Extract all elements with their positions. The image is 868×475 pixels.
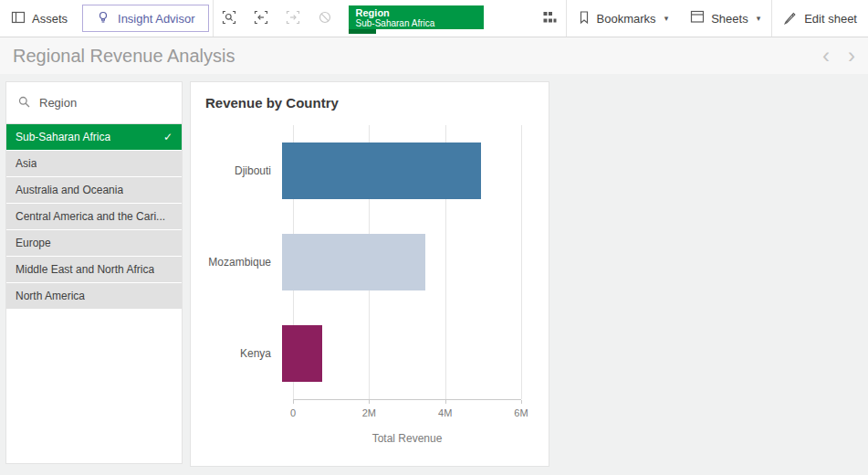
bookmarks-label: Bookmarks [597, 12, 656, 26]
axis-tick [293, 400, 294, 404]
category-label: Mozambique [205, 256, 282, 269]
axis-tick-label: 4M [438, 407, 452, 418]
axis-tick-label: 0 [290, 407, 296, 418]
selection-chip-region[interactable]: Region Sub-Saharan Africa [349, 5, 484, 29]
pencil-icon [783, 10, 798, 27]
axis-tick [369, 400, 370, 404]
caret-down-icon: ▾ [664, 14, 669, 23]
x-axis-title: Total Revenue [293, 432, 521, 445]
prev-sheet-chevron-icon[interactable]: ‹ [822, 45, 830, 67]
grid-icon [542, 10, 557, 27]
listbox-item-label: Australia and Oceania [16, 184, 123, 196]
listbox-item[interactable]: Asia [6, 151, 182, 176]
selection-chip-field: Region [356, 7, 476, 18]
listbox-item[interactable]: North America [6, 283, 182, 309]
sheet-content: Region Sub-Saharan Africa✓AsiaAustralia … [0, 74, 868, 475]
category-label: Kenya [205, 347, 282, 360]
bar-track [282, 142, 521, 199]
search-icon [17, 95, 31, 111]
clear-selections-button[interactable] [309, 0, 341, 37]
listbox-item[interactable]: Middle East and North Africa [6, 257, 182, 282]
bookmarks-button[interactable]: Bookmarks ▾ [567, 0, 680, 37]
listbox-item-label: Central America and the Cari... [16, 210, 165, 223]
clear-selections-icon [317, 9, 333, 28]
edit-sheet-button[interactable]: Edit sheet [772, 0, 868, 37]
app-grid-button[interactable] [534, 0, 566, 37]
listbox-item-label: North America [16, 290, 85, 302]
category-label: Djibouti [205, 164, 282, 177]
chart-title: Revenue by Country [205, 95, 534, 111]
selection-chip-value: Sub-Saharan Africa [356, 18, 476, 28]
step-back-selections-button[interactable] [246, 0, 277, 37]
sheets-button[interactable]: Sheets ▾ [679, 0, 771, 37]
listbox-item-label: Sub-Saharan Africa [16, 131, 110, 143]
assets-panel-icon [11, 10, 26, 27]
listbox-item-label: Middle East and North Africa [16, 263, 154, 276]
qlik-app-window: Assets Insight Advisor [0, 0, 868, 475]
insight-advisor-label: Insight Advisor [118, 12, 195, 26]
bar-row: Kenya [205, 308, 534, 399]
listbox-item-label: Europe [16, 237, 51, 249]
revenue-chart-panel: Revenue by Country DjiboutiMozambiqueKen… [190, 81, 549, 467]
toolbar-left-group: Assets Insight Advisor [0, 0, 484, 37]
listbox-title: Region [39, 96, 77, 110]
bookmark-icon [578, 10, 591, 27]
bar-row: Djibouti [205, 125, 534, 216]
sheet-navigation: ‹ › [822, 45, 855, 67]
caret-down-icon: ▾ [757, 14, 761, 23]
smart-search-button[interactable] [214, 0, 246, 37]
bar-mozambique[interactable] [282, 234, 425, 290]
assets-label: Assets [32, 12, 68, 26]
listbox-header[interactable]: Region [6, 82, 182, 124]
bar-track [282, 234, 521, 290]
smart-search-icon [221, 9, 237, 28]
listbox-items: Sub-Saharan Africa✓AsiaAustralia and Oce… [6, 124, 182, 309]
bar-rows: DjiboutiMozambiqueKenya [205, 125, 534, 399]
axis-tick [521, 400, 522, 404]
bar-kenya[interactable] [282, 325, 322, 382]
bar-track [282, 325, 521, 382]
sheet-titlebar: Regional Revenue Analysis ‹ › [0, 37, 868, 74]
assets-button[interactable]: Assets [0, 0, 78, 37]
step-forward-icon [285, 9, 301, 28]
edit-sheet-label: Edit sheet [804, 12, 857, 26]
step-back-icon [253, 9, 269, 28]
sheets-icon [690, 10, 705, 26]
region-filter-listbox: Region Sub-Saharan Africa✓AsiaAustralia … [5, 81, 183, 464]
listbox-item[interactable]: Europe [6, 230, 182, 256]
selection-chip-underline [349, 29, 376, 34]
top-toolbar: Assets Insight Advisor [0, 0, 868, 37]
listbox-item[interactable]: Sub-Saharan Africa✓ [6, 124, 182, 150]
bar-chart: DjiboutiMozambiqueKenya 02M4M6M Total Re… [205, 125, 534, 459]
axis-tick-label: 6M [514, 407, 528, 418]
listbox-item[interactable]: Central America and the Cari... [6, 204, 182, 229]
insight-advisor-icon [96, 10, 110, 27]
sheets-label: Sheets [711, 12, 748, 26]
axis-tick [445, 400, 446, 404]
listbox-item-label: Asia [16, 157, 37, 170]
next-sheet-chevron-icon[interactable]: › [848, 45, 855, 67]
bar-djibouti[interactable] [282, 142, 481, 199]
sheet-title: Regional Revenue Analysis [13, 46, 235, 67]
listbox-item[interactable]: Australia and Oceania [6, 177, 182, 203]
checkmark-icon: ✓ [163, 131, 173, 143]
bar-row: Mozambique [205, 216, 534, 308]
insight-advisor-button[interactable]: Insight Advisor [82, 5, 209, 32]
x-axis: 02M4M6M [293, 399, 521, 423]
axis-tick-label: 2M [362, 407, 376, 418]
step-forward-selections-button[interactable] [277, 0, 309, 37]
toolbar-right-group: Bookmarks ▾ Sheets ▾ Edi [534, 0, 868, 37]
